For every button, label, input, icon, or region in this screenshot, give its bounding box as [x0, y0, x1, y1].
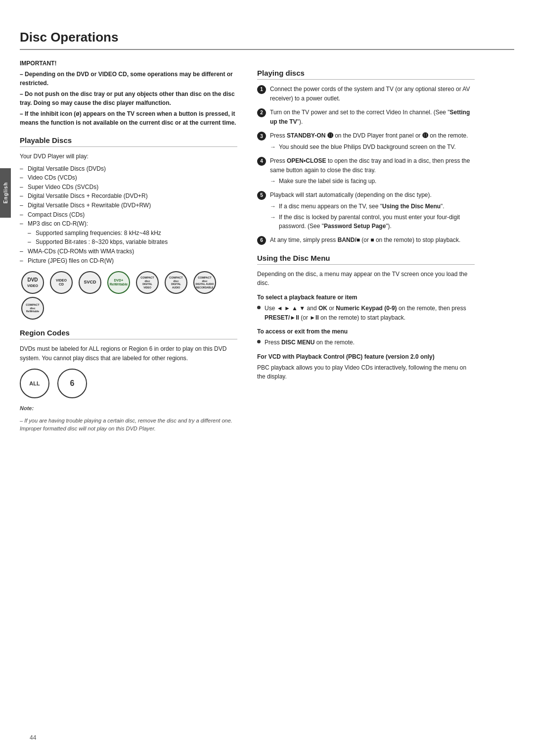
region-codes-header: Region Codes [20, 329, 237, 339]
dvdrw-icon: DVD+ReWritable [106, 271, 132, 294]
arrow-symbol-4: → [270, 213, 276, 231]
region-codes-text: DVDs must be labeled for ALL regions or … [20, 344, 237, 363]
important-point-3: – If the inhibit icon (ø) appears on the… [20, 109, 237, 127]
important-title: IMPORTANT! [20, 60, 237, 67]
step-5-arrow-1-text: If a disc menu appears on the TV, see "U… [279, 202, 445, 211]
step-3: 3 Press STANDBY-ON ⓫ on the DVD Player f… [257, 131, 475, 151]
dvdrw-logo-img: DVD+ReWritable [107, 271, 130, 294]
step-6-content: At any time, simply press BAND/■ (or ■ o… [270, 236, 475, 245]
page-number: 44 [30, 734, 36, 741]
all-label: ALL [29, 380, 40, 386]
important-point-2: – Do not push on the disc tray or put an… [20, 90, 237, 107]
playing-discs-header: Playing discs [257, 69, 475, 80]
list-item: Digital Versatile Discs (DVDs) [20, 164, 237, 174]
bullet-dot-2 [257, 340, 261, 343]
arrow-symbol-3: → [270, 202, 276, 211]
playable-discs-header: Playable Discs [20, 136, 237, 147]
list-item: Compact Discs (CDs) [20, 210, 237, 220]
playable-discs-list: Digital Versatile Discs (DVDs) Video CDs… [20, 164, 237, 266]
list-item: MP3 disc on CD-R(W): Supported sampling … [20, 219, 237, 247]
playable-discs-intro: Your DVD Player will play: [20, 152, 237, 161]
select-playback-heading: To select a playback feature or item [257, 294, 475, 301]
list-item: Digital Versatile Discs + Rewritable (DV… [20, 201, 237, 210]
pbc-heading: For VCD with Playback Control (PBC) feat… [257, 353, 475, 360]
vcd-logo-img: VIDEOCD [50, 271, 73, 294]
region-6-label: 6 [70, 379, 75, 388]
svcd-icon: SVCD [77, 271, 103, 294]
step-4-content: Press OPEN•CLOSE to open the disc tray a… [270, 156, 475, 186]
list-item: Picture (JPEG) files on CD-R(W) [20, 256, 237, 266]
step-5-arrow-1: → If a disc menu appears on the TV, see … [270, 202, 475, 211]
step-3-content: Press STANDBY-ON ⓫ on the DVD Player fro… [270, 131, 475, 151]
step-3-arrow-text: You should see the blue Philips DVD back… [279, 142, 456, 151]
dvd-logo-img: DVDVIDEO [21, 271, 44, 294]
list-item: Supported Bit-rates : 8~320 kbps, variab… [28, 237, 237, 247]
right-column: Playing discs 1 Connect the power cords … [257, 60, 475, 433]
svcd-logo-img: SVCD [79, 271, 101, 294]
using-disc-menu-header: Using the Disc Menu [257, 254, 475, 265]
select-playback-text: Use ◄ ► ▲ ▼ and OK or Numeric Keypad (0-… [265, 304, 475, 322]
left-column: IMPORTANT! – Depending on the DVD or VID… [20, 60, 237, 433]
step-5-num: 5 [257, 191, 266, 200]
list-item: Supported sampling frequencies: 8 kHz~48… [28, 229, 237, 238]
two-column-layout: IMPORTANT! – Depending on the DVD or VID… [20, 60, 514, 433]
step-4-arrow: → Make sure the label side is facing up. [270, 177, 475, 186]
step-5-arrow-2: → If the disc is locked by parental cont… [270, 213, 475, 231]
arrow-symbol-2: → [270, 177, 276, 186]
step-3-num: 3 [257, 132, 266, 141]
access-menu-text: Press DISC MENU on the remote. [265, 338, 355, 347]
step-4-arrow-text: Make sure the label side is facing up. [279, 177, 376, 186]
step-4: 4 Press OPEN•CLOSE to open the disc tray… [257, 156, 475, 186]
cd-digital-video-icon: COMPACTdiscDIGITALVIDEO [134, 271, 160, 294]
important-point-1: – Depending on the DVD or VIDEO CD, some… [20, 70, 237, 88]
list-item: Digital Versatile Discs + Recordable (DV… [20, 191, 237, 201]
pbc-text: PBC playback allows you to play Video CD… [257, 363, 475, 381]
cd-rewritable-icon: COMPACTdiscReWritable [20, 297, 45, 320]
vcd-icon: VIDEOCD [48, 271, 74, 294]
playing-discs-steps: 1 Connect the power cords of the system … [257, 85, 475, 245]
mp3-sub-list: Supported sampling frequencies: 8 kHz~48… [28, 229, 237, 247]
list-item: WMA-CDs (CD-ROMs with WMA tracks) [20, 247, 237, 256]
note-label: Note: [20, 404, 237, 413]
disc-icons-row: DVDVIDEO VIDEOCD SVCD [20, 271, 237, 320]
cd-digital-audio-img: COMPACTdiscDIGITALAUDIO [165, 271, 187, 294]
cd-rewritable-img: COMPACTdiscReWritable [21, 297, 44, 320]
page-title: Disc Operations [20, 30, 514, 50]
region-icons-row: ALL 6 [20, 369, 237, 398]
using-disc-menu-intro: Depending on the disc, a menu may appear… [257, 270, 475, 288]
list-item: Video CDs (VCDs) [20, 173, 237, 183]
step-5-content: Playback will start automatically (depen… [270, 190, 475, 231]
step-1: 1 Connect the power cords of the system … [257, 85, 475, 103]
step-4-num: 4 [257, 157, 266, 166]
bullet-dot-1 [257, 306, 261, 309]
all-regions-icon: ALL [20, 369, 49, 398]
dvd-icon: DVDVIDEO [20, 271, 45, 294]
step-2-content: Turn on the TV power and set to the corr… [270, 108, 475, 126]
select-playback-bullet: Use ◄ ► ▲ ▼ and OK or Numeric Keypad (0-… [257, 304, 475, 322]
step-1-num: 1 [257, 85, 266, 94]
step-6: 6 At any time, simply press BAND/■ (or ■… [257, 236, 475, 245]
access-menu-heading: To access or exit from the menu [257, 328, 475, 335]
cd-digital-audio-icon: COMPACTdiscDIGITALAUDIO [163, 271, 189, 294]
step-2-num: 2 [257, 108, 266, 117]
region-6-icon: 6 [57, 369, 87, 398]
step-5: 5 Playback will start automatically (dep… [257, 190, 475, 231]
cd-digital-video-img: COMPACTdiscDIGITALVIDEO [136, 271, 159, 294]
side-tab: English [0, 168, 11, 218]
step-1-content: Connect the power cords of the system an… [270, 85, 475, 103]
step-3-arrow: → You should see the blue Philips DVD ba… [270, 142, 475, 151]
main-content: Disc Operations IMPORTANT! – Depending o… [20, 30, 514, 726]
step-2: 2 Turn on the TV power and set to the co… [257, 108, 475, 126]
arrow-symbol: → [270, 142, 276, 151]
note-text: – If you are having trouble playing a ce… [20, 417, 237, 433]
side-tab-label: English [3, 182, 8, 203]
page: English Disc Operations IMPORTANT! – Dep… [0, 0, 534, 756]
cd-recordable-img: COMPACTdiscDIGITAL AUDIORECORDABLE [193, 271, 216, 294]
access-menu-bullet: Press DISC MENU on the remote. [257, 338, 475, 347]
important-box: IMPORTANT! – Depending on the DVD or VID… [20, 60, 237, 127]
step-5-arrow-2-text: If the disc is locked by parental contro… [279, 213, 475, 231]
step-6-num: 6 [257, 236, 266, 245]
cd-recordable-icon: COMPACTdiscDIGITAL AUDIORECORDABLE [192, 271, 218, 294]
list-item: Super Video CDs (SVCDs) [20, 183, 237, 192]
